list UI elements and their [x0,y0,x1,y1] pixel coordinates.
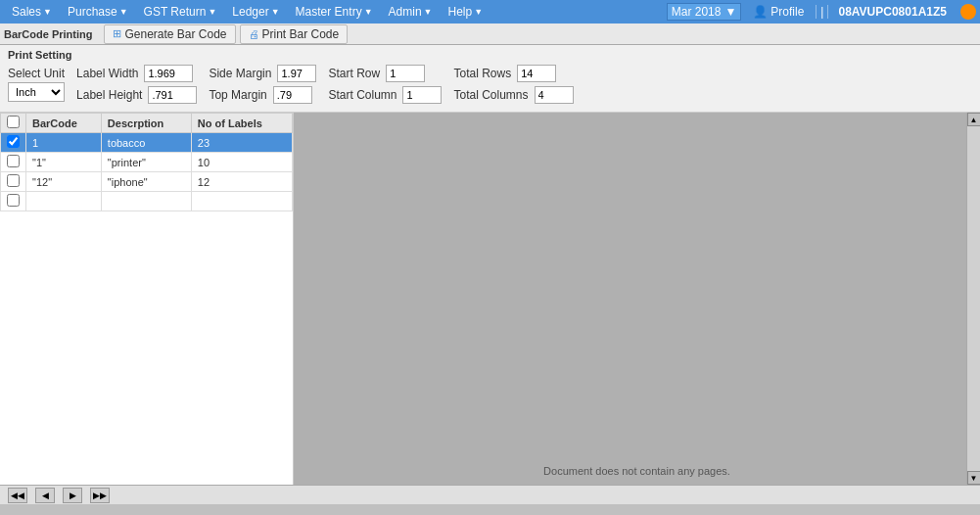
barcode-gen-icon: ⊞ [113,27,121,40]
row-checkbox[interactable] [7,174,20,187]
total-rows-label: Total Rows [453,67,511,80]
total-columns-input[interactable] [535,86,574,104]
start-row-input[interactable] [386,65,425,82]
row-checkbox-cell [1,133,26,153]
th-barcode: BarCode [26,114,102,133]
nav-next-button[interactable]: ▶ [63,488,82,503]
label-height-input[interactable] [148,86,197,104]
gst-arrow-icon: ▼ [208,7,216,17]
th-description: Descrption [101,114,191,133]
preview-empty-text: Document does not contain any pages. [543,465,730,477]
table-row[interactable] [1,192,293,211]
print-barcode-button[interactable]: 🖨 Print Bar Code [240,24,349,44]
total-columns-label: Total Columns [453,88,528,102]
date-arrow-icon: ▼ [724,5,736,19]
start-row-label: Start Row [328,67,380,80]
preview-area: Document does not contain any pages. ▲ ▼ [294,113,980,485]
profile-button[interactable]: 👤 Profile [745,3,812,21]
nav-prev-button[interactable]: ◀ [35,488,55,503]
row-barcode: "1" [26,153,102,172]
label-height-label: Label Height [76,88,142,102]
generate-barcode-button[interactable]: ⊞ Generate Bar Code [104,24,235,44]
row-description: "printer" [101,153,191,172]
menu-admin[interactable]: Admin ▼ [381,3,441,21]
row-checkbox[interactable] [7,155,20,167]
menu-right: Mar 2018 ▼ 👤 Profile | 08AVUPC0801A1Z5 [667,3,976,21]
barcode-table: BarCode Descrption No of Labels 1 tobacc… [0,113,293,211]
row-barcode: 1 [26,133,102,153]
row-checkbox[interactable] [7,135,20,148]
top-margin-input[interactable] [273,86,312,104]
row-labels [191,192,292,211]
nav-first-button[interactable]: ◀◀ [8,488,27,503]
unit-group: Select Unit Inch mm cm [8,67,65,102]
menu-bar: Sales ▼ Purchase ▼ GST Return ▼ Ledger ▼… [0,0,980,23]
menu-master-entry[interactable]: Master Entry ▼ [288,3,381,21]
ledger-arrow-icon: ▼ [271,7,280,17]
menu-ledger[interactable]: Ledger ▼ [224,3,287,21]
label-width-group: Label Width Label Height [76,65,197,104]
notification-dot [960,4,976,20]
print-settings: Print Setting Select Unit Inch mm cm Lab… [0,45,980,113]
print-settings-title: Print Setting [8,49,972,61]
total-group: Total Rows Total Columns [453,65,573,104]
margin-group: Side Margin Top Margin [209,65,316,104]
label-width-label: Label Width [76,67,138,80]
menu-sales[interactable]: Sales ▼ [4,3,60,21]
select-unit-label: Select Unit [8,67,65,80]
table-row[interactable]: "12" "iphone" 12 [1,172,293,192]
menu-gst-return[interactable]: GST Return ▼ [136,3,225,21]
master-arrow-icon: ▼ [364,7,373,17]
row-checkbox[interactable] [7,194,20,207]
help-arrow-icon: ▼ [474,7,483,17]
row-description: "iphone" [101,172,191,192]
row-labels: 10 [191,153,292,172]
start-column-input[interactable] [402,86,442,104]
toolbar: BarCode Printing ⊞ Generate Bar Code 🖨 P… [0,23,980,45]
label-width-input[interactable] [144,65,193,82]
select-all-checkbox[interactable] [7,116,20,128]
side-margin-input[interactable] [277,65,316,82]
row-checkbox-cell [1,172,26,192]
user-icon: 👤 [753,5,768,19]
top-margin-label: Top Margin [209,88,266,102]
user-id: 08AVUPC0801A1Z5 [832,3,953,21]
date-selector[interactable]: Mar 2018 ▼ [667,3,742,21]
preview-scrollbar[interactable]: ▲ ▼ [966,113,980,485]
th-labels: No of Labels [191,114,292,133]
row-checkbox-cell [1,153,26,172]
status-bar: ◀◀ ◀ ▶ ▶▶ [0,485,980,504]
print-icon: 🖨 [249,28,259,40]
settings-row-1: Select Unit Inch mm cm Label Width Label… [8,65,972,104]
unit-select[interactable]: Inch mm cm [8,82,65,102]
page-title: BarCode Printing [4,28,92,40]
nav-last-button[interactable]: ▶▶ [90,488,110,503]
table-row[interactable]: "1" "printer" 10 [1,153,293,172]
row-checkbox-cell [1,192,26,211]
scroll-up-btn[interactable]: ▲ [967,113,981,126]
row-labels: 23 [191,133,292,153]
row-description [101,192,191,211]
total-rows-input[interactable] [517,65,556,82]
side-margin-label: Side Margin [209,67,271,80]
sales-arrow-icon: ▼ [43,7,52,17]
row-barcode: "12" [26,172,102,192]
admin-arrow-icon: ▼ [424,7,433,17]
menu-help[interactable]: Help ▼ [440,3,490,21]
body-area: BarCode Descrption No of Labels 1 tobacc… [0,113,980,485]
scroll-down-btn[interactable]: ▼ [967,471,981,485]
table-area: BarCode Descrption No of Labels 1 tobacc… [0,113,294,485]
th-checkbox [1,114,26,133]
start-group: Start Row Start Column [328,65,442,104]
purchase-arrow-icon: ▼ [119,7,128,17]
table-row[interactable]: 1 tobacco 23 [1,133,293,153]
row-description: tobacco [101,133,191,153]
row-barcode [26,192,102,211]
menu-purchase[interactable]: Purchase ▼ [60,3,136,21]
row-labels: 12 [191,172,292,192]
start-column-label: Start Column [328,88,397,102]
